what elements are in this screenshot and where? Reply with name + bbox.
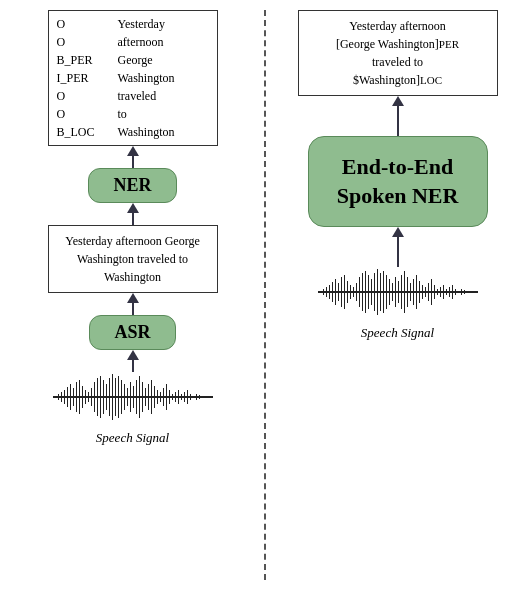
svg-rect-72 — [380, 273, 381, 311]
tag-cell: I_PER — [57, 69, 102, 87]
svg-rect-64 — [356, 283, 357, 301]
svg-rect-19 — [112, 374, 113, 420]
speech-waveform-right-svg — [318, 267, 478, 317]
svg-rect-53 — [323, 289, 324, 295]
svg-rect-43 — [184, 392, 185, 402]
table-row: O afternoon — [57, 33, 209, 51]
word-cell: afternoon — [118, 33, 164, 51]
svg-rect-12 — [91, 388, 92, 406]
svg-rect-98 — [458, 291, 459, 293]
svg-rect-47 — [196, 394, 197, 400]
svg-rect-23 — [124, 384, 125, 410]
svg-rect-32 — [151, 380, 152, 414]
arrow-speech-to-asr — [127, 350, 139, 372]
svg-rect-27 — [136, 380, 137, 414]
arrowhead — [127, 350, 139, 360]
arrow-ner-to-table — [127, 146, 139, 168]
connector-line — [132, 156, 134, 168]
ner-output-table: O Yesterday O afternoon B_PER George I_P… — [48, 10, 218, 146]
arrow-speech-to-e2e — [392, 227, 404, 267]
svg-rect-25 — [130, 382, 131, 412]
svg-rect-58 — [338, 283, 339, 301]
word-cell: traveled — [118, 87, 157, 105]
word-cell: to — [118, 105, 127, 123]
tag-cell: O — [57, 105, 102, 123]
connector-line — [132, 303, 134, 315]
svg-rect-59 — [341, 277, 342, 307]
svg-rect-81 — [407, 277, 408, 307]
ner-box: NER — [88, 168, 176, 203]
svg-rect-2 — [61, 392, 62, 402]
svg-rect-38 — [169, 390, 170, 404]
svg-rect-89 — [431, 279, 432, 305]
svg-rect-4 — [67, 387, 68, 407]
svg-rect-15 — [100, 376, 101, 418]
svg-rect-88 — [428, 283, 429, 301]
speech-waveform-svg — [53, 372, 213, 422]
svg-rect-21 — [118, 376, 119, 418]
right-panel: Yesterday afternoon[George Washington]PE… — [265, 0, 530, 590]
svg-rect-28 — [139, 376, 140, 418]
asr-box: ASR — [89, 315, 175, 350]
tag-cell: B_PER — [57, 51, 102, 69]
svg-rect-87 — [425, 287, 426, 297]
svg-rect-75 — [389, 279, 390, 305]
svg-rect-102 — [470, 291, 471, 293]
e2e-output-text: Yesterday afternoon[George Washington]PE… — [298, 10, 498, 96]
svg-rect-94 — [446, 289, 447, 295]
svg-rect-54 — [326, 287, 327, 297]
output-text: Yesterday afternoon[George Washington]PE… — [336, 19, 459, 87]
e2e-ner-box: End-to-End Spoken NER — [308, 136, 488, 227]
svg-rect-80 — [404, 271, 405, 313]
svg-rect-60 — [344, 275, 345, 309]
svg-rect-99 — [461, 289, 462, 295]
connector-line — [397, 237, 399, 267]
svg-rect-45 — [190, 394, 191, 400]
svg-rect-49 — [202, 396, 203, 398]
svg-rect-67 — [365, 271, 366, 313]
svg-rect-42 — [181, 394, 182, 400]
svg-rect-96 — [452, 285, 453, 299]
svg-rect-71 — [377, 269, 378, 315]
table-row: I_PER Washington — [57, 69, 209, 87]
svg-rect-18 — [109, 378, 110, 416]
right-speech-signal: Speech Signal — [318, 267, 478, 341]
e2e-label-line2: Spoken NER — [337, 183, 459, 208]
svg-rect-65 — [359, 277, 360, 307]
svg-rect-83 — [413, 279, 414, 305]
svg-rect-29 — [142, 382, 143, 412]
svg-rect-100 — [464, 290, 465, 294]
svg-rect-57 — [335, 279, 336, 305]
svg-rect-69 — [371, 279, 372, 305]
connector-line — [132, 360, 134, 372]
svg-rect-78 — [398, 281, 399, 303]
svg-rect-66 — [362, 273, 363, 311]
tag-cell: O — [57, 87, 102, 105]
svg-rect-8 — [79, 380, 80, 414]
arrowhead — [127, 293, 139, 303]
svg-rect-46 — [193, 396, 194, 398]
svg-rect-16 — [103, 380, 104, 414]
svg-rect-82 — [410, 283, 411, 301]
left-speech-signal: Speech Signal — [53, 372, 213, 446]
e2e-label-line1: End-to-End — [342, 154, 453, 179]
svg-rect-22 — [121, 380, 122, 414]
svg-rect-13 — [94, 382, 95, 412]
svg-rect-76 — [392, 283, 393, 301]
svg-rect-30 — [145, 388, 146, 406]
arrowhead — [392, 96, 404, 106]
svg-rect-44 — [187, 390, 188, 404]
svg-rect-9 — [82, 386, 83, 408]
table-row: O Yesterday — [57, 15, 209, 33]
tag-cell: O — [57, 15, 102, 33]
svg-rect-68 — [368, 275, 369, 309]
svg-rect-41 — [178, 390, 179, 404]
ner-label: NER — [113, 175, 151, 195]
tag-cell: B_LOC — [57, 123, 102, 141]
svg-rect-103 — [473, 291, 474, 293]
svg-rect-74 — [386, 275, 387, 309]
svg-rect-55 — [329, 285, 330, 299]
right-speech-label: Speech Signal — [318, 325, 478, 341]
svg-rect-20 — [115, 378, 116, 416]
connector-line — [397, 106, 399, 136]
